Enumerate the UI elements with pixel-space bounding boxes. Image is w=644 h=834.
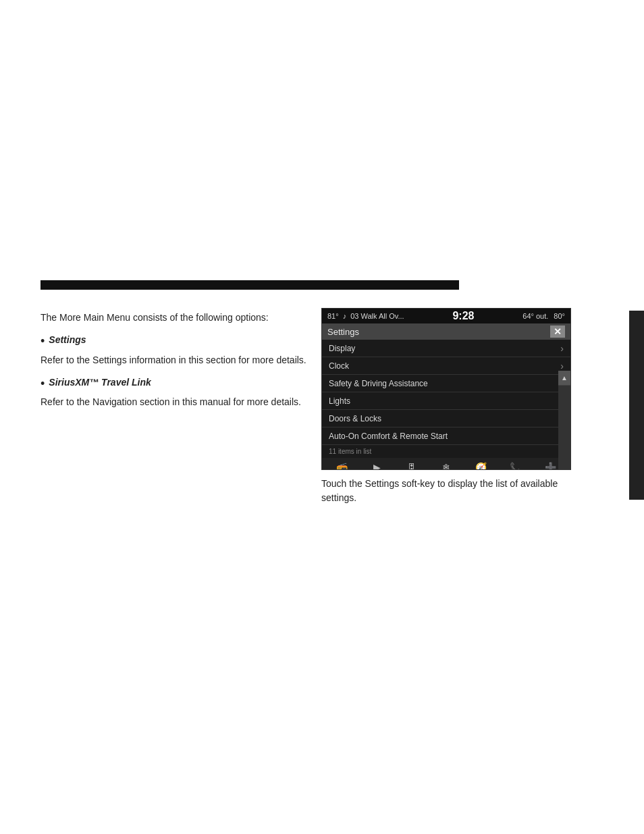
status-bar: 81° ♪ 03 Walk All Ov... 9:28 64° out. 80… (322, 309, 570, 323)
scroll-up-button[interactable]: ▲ (558, 371, 570, 386)
right-tab (629, 311, 644, 500)
nav-icon: ❄ (442, 462, 450, 470)
nav-item-nav[interactable]: 🧭Nav (464, 462, 498, 470)
bullet2-body: Refer to the Navigation section in this … (41, 395, 311, 409)
nav-item-climate[interactable]: ❄Climate (429, 462, 463, 470)
menu-and-scroll: Display›Clock›Safety & Driving Assistanc… (322, 340, 570, 458)
menu-item[interactable]: Clock› (322, 357, 570, 375)
bullet2-item: • SiriusXM™ Travel Link (41, 377, 311, 392)
menu-item[interactable]: Safety & Driving Assistance› (322, 375, 570, 392)
nav-item-phone[interactable]: 📞Phone (498, 462, 533, 470)
temp-out: 64° out. (522, 312, 548, 320)
settings-title: Settings (327, 327, 359, 337)
nav-icon: 🎛 (407, 462, 417, 470)
menu-list-wrap: Display›Clock›Safety & Driving Assistanc… (322, 340, 570, 458)
status-left: 81° ♪ 03 Walk All Ov... (327, 312, 404, 320)
menu-list: Display›Clock›Safety & Driving Assistanc… (322, 340, 570, 445)
volume-level: 80° (554, 312, 565, 320)
temp-left: 81° (327, 312, 339, 320)
bullet1-body: Refer to the Settings information in thi… (41, 353, 311, 367)
nav-icon: 🧭 (475, 462, 487, 470)
nav-item-player[interactable]: ▶Player (359, 462, 394, 470)
bullet1-dot: • (41, 334, 45, 349)
nav-icon: ➕ (545, 462, 556, 470)
scrollbar: ▲ ▼ (558, 371, 570, 470)
close-button[interactable]: ✕ (550, 325, 565, 338)
nav-icon: ▶ (373, 462, 381, 470)
bottom-nav: 📻Radio▶Player🎛Controls❄Climate🧭Nav📞Phone… (322, 458, 570, 470)
intro-text: The More Main Menu consists of the follo… (41, 311, 311, 325)
caption-text: Touch the Settings soft-key to display t… (321, 477, 571, 505)
status-right: 64° out. 80° (522, 312, 565, 320)
menu-item[interactable]: Doors & Locks› (322, 410, 570, 427)
bullet1-item: • Settings (41, 334, 311, 349)
music-icon: ♪ (343, 312, 347, 320)
nav-icon: 📻 (336, 462, 348, 470)
content-left: The More Main Menu consists of the follo… (41, 311, 311, 419)
status-time: 9:28 (452, 310, 474, 322)
bullet2-label: SiriusXM™ Travel Link (49, 377, 151, 388)
menu-item[interactable]: Auto-On Comfort & Remote Start› (322, 427, 570, 445)
bullet2-dot: • (41, 377, 45, 392)
menu-item[interactable]: Display› (322, 340, 570, 357)
nav-item-controls[interactable]: 🎛Controls (394, 462, 429, 470)
song-title: 03 Walk All Ov... (350, 312, 404, 320)
nav-icon: 📞 (510, 462, 521, 470)
header-bar (41, 280, 459, 290)
screen-inner: 81° ♪ 03 Walk All Ov... 9:28 64° out. 80… (322, 309, 570, 469)
settings-header-bar: Settings ✕ (322, 323, 570, 340)
menu-item[interactable]: Lights› (322, 392, 570, 410)
bullet1-label: Settings (49, 334, 86, 345)
screen-container: 81° ♪ 03 Walk All Ov... 9:28 64° out. 80… (321, 308, 571, 470)
item-count: 11 items in list (322, 445, 570, 458)
nav-item-radio[interactable]: 📻Radio (325, 462, 359, 470)
